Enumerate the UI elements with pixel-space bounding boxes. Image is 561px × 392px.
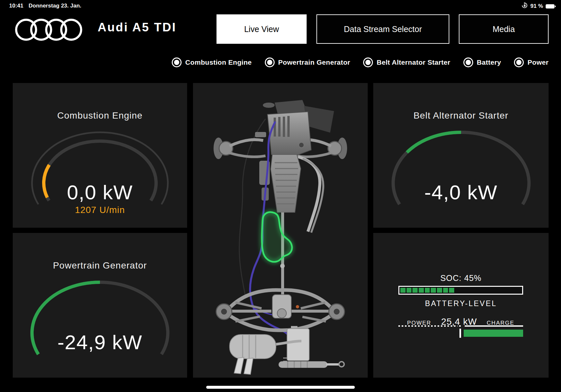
- rear-axle: [216, 290, 345, 330]
- soc-segment-filled: [412, 288, 418, 293]
- stream-toggle-battery[interactable]: Battery: [463, 57, 501, 67]
- charge-power-bar: [464, 330, 523, 337]
- battery-card: SOC: 45% BATTERY-LEVEL POWER 25,4 kW CHA…: [373, 233, 549, 378]
- status-bar-right: 91 %: [521, 2, 554, 10]
- power-value: -4,0 kW: [373, 181, 549, 204]
- power-value: 0,0 kW: [13, 181, 187, 204]
- stream-toggle-belt-alternator-starter[interactable]: Belt Alternator Starter: [363, 57, 450, 67]
- soc-segment-filled: [437, 288, 442, 293]
- soc-label: SOC: 45%: [373, 273, 549, 283]
- power-scale-dot: [459, 325, 461, 327]
- soc-segment-filled: [431, 288, 436, 293]
- soc-segment-empty: [473, 288, 479, 293]
- stream-toggle-power[interactable]: Power: [514, 57, 549, 67]
- soc-segment-empty: [504, 288, 509, 293]
- soc-segment-empty: [480, 288, 485, 293]
- radio-selected-icon: [463, 57, 473, 67]
- powertrain-illustration: [193, 83, 368, 378]
- tab-live-view[interactable]: Live View: [216, 14, 307, 44]
- soc-segment-empty: [516, 288, 521, 293]
- bas-highlight-glow: [262, 212, 292, 262]
- exhaust-downpipe-2: [303, 159, 323, 233]
- stream-toggle-label: Battery: [477, 58, 501, 66]
- soc-segment-filled: [407, 288, 412, 293]
- soc-segment-empty: [492, 288, 497, 293]
- radio-selected-icon: [514, 57, 524, 67]
- battery-percent: 91 %: [530, 3, 543, 9]
- page-title: Audi A5 TDI: [98, 21, 176, 34]
- tab-media[interactable]: Media: [459, 14, 549, 44]
- battery-box: [283, 326, 309, 365]
- radio-selected-icon: [265, 57, 275, 67]
- status-bar-left: 10:41 Donnerstag 23. Jan.: [9, 3, 81, 9]
- app-screen: 10:41 Donnerstag 23. Jan. 91 % Audi A5 T…: [0, 0, 561, 392]
- battery-level-bar: [398, 286, 523, 295]
- soc-segment-empty: [510, 288, 515, 293]
- powertrain-generator-card: Powertrain Generator -24,9 kW: [13, 233, 187, 378]
- belt-alternator-starter-card: Belt Alternator Starter -4,0 kW: [373, 83, 549, 228]
- power-zero-tick: [459, 329, 461, 338]
- rear-damper: [279, 361, 344, 368]
- soc-segment-empty: [498, 288, 503, 293]
- power-scale-charge-line: [465, 325, 523, 327]
- combustion-engine-card: Combustion Engine 0,0 kW 1207 U/min: [13, 83, 187, 228]
- soc-segment-empty: [467, 288, 473, 293]
- orientation-lock-icon: [521, 2, 528, 10]
- battery-icon: [546, 4, 554, 8]
- driveshaft-coupler: [280, 264, 285, 268]
- radio-selected-icon: [172, 57, 182, 67]
- stream-toggle-label: Powertrain Generator: [278, 58, 350, 66]
- clock: 10:41: [9, 3, 23, 9]
- audi-rings-logo: [14, 17, 83, 44]
- soc-segment-filled: [449, 288, 454, 293]
- engine-block: [263, 100, 334, 157]
- soc-segment-filled: [400, 288, 406, 293]
- stream-toggle-label: Combustion Engine: [185, 58, 251, 66]
- stream-toggle-powertrain-generator[interactable]: Powertrain Generator: [265, 57, 350, 67]
- soc-segment-empty: [486, 288, 491, 293]
- soc-segment-empty: [461, 288, 467, 293]
- home-indicator[interactable]: [206, 386, 355, 389]
- power-scale-discharge-line: [398, 325, 457, 327]
- status-date: Donnerstag 23. Jan.: [28, 3, 81, 9]
- radio-selected-icon: [363, 57, 373, 67]
- soc-segment-filled: [425, 288, 430, 293]
- stream-toggle-label: Belt Alternator Starter: [377, 58, 450, 66]
- stream-toggle-label: Power: [527, 58, 549, 66]
- soc-segment-filled: [443, 288, 448, 293]
- soc-segment-filled: [419, 288, 424, 293]
- stream-toggle-row: Combustion EnginePowertrain GeneratorBel…: [172, 57, 549, 67]
- soc-segment-empty: [455, 288, 460, 293]
- brake-line: [239, 119, 265, 295]
- rpm-value: 1207 U/min: [13, 205, 187, 215]
- stream-toggle-combustion-engine[interactable]: Combustion Engine: [172, 57, 251, 67]
- power-value: -24,9 kW: [13, 331, 187, 354]
- battery-level-label: BATTERY-LEVEL: [373, 299, 549, 308]
- vehicle-view-card: [193, 83, 368, 378]
- tab-data-stream-selector[interactable]: Data Stream Selector: [316, 14, 449, 44]
